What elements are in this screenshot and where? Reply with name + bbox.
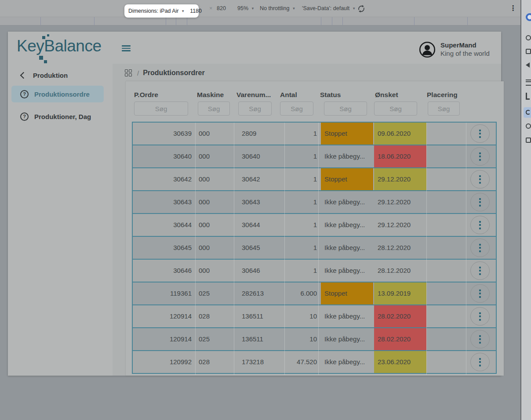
rotate-device-icon[interactable]	[357, 4, 366, 13]
chevron-left-icon	[20, 72, 27, 79]
search-input-7[interactable]	[428, 101, 460, 116]
orders-grid: 3063900028091Stoppet09.06.20203064000030…	[132, 122, 497, 374]
column-header-6[interactable]: Ønsket	[375, 91, 398, 99]
table-row[interactable]: 12091402513651110Ikke påbegy...28.02.202…	[133, 328, 496, 351]
table-row[interactable]: 1193610252826136.000Stoppet13.09.2019	[133, 282, 496, 305]
row-menu-button[interactable]	[470, 170, 490, 188]
column-header-4[interactable]: Antal	[280, 91, 297, 99]
zoom-select[interactable]: 95%▼	[237, 0, 255, 17]
column-header-3[interactable]: Varenum...	[236, 91, 271, 99]
onsket-date: 13.09.2019	[374, 282, 426, 304]
row-menu-button[interactable]	[470, 193, 490, 211]
dimensions-control-highlighted[interactable]: Dimensions: iPad Air ▼ 1180	[124, 4, 199, 18]
search-input-4[interactable]	[280, 101, 313, 116]
status-badge: Stoppet	[321, 168, 373, 190]
hamburger-menu-icon[interactable]	[122, 45, 131, 51]
cell-actions	[464, 260, 496, 282]
viewport-width-value[interactable]: 1180	[190, 8, 202, 14]
search-input-3[interactable]	[238, 101, 272, 116]
row-menu-button[interactable]	[470, 261, 490, 280]
chevron-down-icon: ▼	[352, 0, 356, 17]
blue-circle-icon[interactable]	[526, 13, 531, 21]
row-menu-button[interactable]	[470, 284, 490, 303]
search-input-1[interactable]	[134, 101, 188, 116]
table-row[interactable]: 30643000306431Ikke påbegy...29.12.2020	[133, 191, 496, 214]
cell-maskine: 028	[195, 351, 234, 373]
cell-pordre: 30646	[133, 260, 195, 282]
circle-icon[interactable]	[526, 123, 531, 129]
viewport-height-value[interactable]: 820	[217, 0, 226, 17]
square-icon[interactable]	[526, 49, 531, 54]
sidebar-item-produktionsordre[interactable]: ? Produktionsordre	[11, 86, 104, 102]
save-data-select[interactable]: 'Save-Data': default▼	[302, 0, 356, 17]
cell-maskine: 000	[195, 214, 234, 236]
main-content: / Produktionsordrer 3063900028091Stoppet…	[113, 64, 501, 376]
row-menu-button[interactable]	[470, 330, 490, 348]
row-menu-button[interactable]	[470, 239, 490, 257]
table-row[interactable]: 30644000306441Ikke påbegy...29.12.2020	[133, 214, 496, 237]
device-select[interactable]: Dimensions: iPad Air	[128, 8, 178, 14]
cell-placering	[426, 305, 464, 327]
media-query-marker	[166, 17, 166, 25]
user-menu[interactable]: SuperMand King of the world	[419, 41, 490, 58]
triangle-icon[interactable]	[526, 62, 530, 68]
table-row[interactable]: 3063900028091Stoppet09.06.2020	[133, 123, 496, 145]
column-header-1[interactable]: P.Ordre	[134, 91, 158, 99]
cell-actions	[464, 351, 496, 373]
table-row[interactable]: 12091402813651110Ikke påbegy...28.02.202…	[133, 305, 496, 328]
cell-actions	[464, 282, 496, 304]
row-menu-button[interactable]	[470, 216, 490, 234]
cell-antal: 1	[284, 237, 318, 259]
row-menu-button[interactable]	[470, 307, 490, 326]
row-menu-button[interactable]	[470, 124, 490, 143]
media-query-marker	[176, 17, 176, 25]
flask-icon[interactable]	[526, 93, 530, 100]
bracket-icon[interactable]	[526, 138, 531, 143]
column-header-5[interactable]: Status	[320, 91, 341, 99]
cell-placering	[426, 328, 464, 350]
cell-varenummer: 173218	[234, 351, 284, 373]
onsket-date: 28.02.2020	[374, 305, 426, 327]
kebab-menu-icon[interactable]: ⋮	[509, 0, 517, 17]
sidebar-back-produktion[interactable]: Produktion	[21, 69, 68, 81]
media-query-band	[0, 17, 520, 25]
onsket-date: 29.12.2020	[374, 214, 426, 236]
onsket-date: 09.06.2020	[374, 123, 426, 145]
table-row[interactable]: 30645000306451Ikke påbegy...28.12.2020	[133, 237, 496, 260]
list-icon[interactable]	[526, 80, 531, 86]
row-menu-button[interactable]	[470, 147, 490, 166]
search-input-5[interactable]	[324, 101, 367, 116]
status-badge: Ikke påbegy...	[321, 260, 373, 282]
emulated-page: KeyBalance SuperMand King of the world	[0, 25, 520, 420]
gear-icon[interactable]	[526, 35, 531, 40]
table-row[interactable]: 30646000306461Ikke påbegy...28.12.2020	[133, 260, 496, 282]
cell-onsket: 29.12.2020	[374, 214, 426, 236]
table-row[interactable]: 30640000306401Ikke påbegy...18.06.2020	[133, 145, 496, 168]
cell-antal: 1	[284, 191, 318, 213]
onsket-date: 29.12.2020	[374, 168, 426, 190]
column-header-2[interactable]: Maskine	[197, 91, 224, 99]
cell-varenummer: 30645	[234, 237, 284, 259]
cell-onsket: 13.09.2019	[374, 282, 426, 304]
home-grid-icon[interactable]	[125, 69, 132, 76]
sidebar: Produktion ? Produktionsordre ? Produkti…	[8, 64, 113, 376]
throttling-select[interactable]: No throttling▼	[260, 0, 295, 17]
cell-pordre: 120914	[133, 328, 195, 350]
onsket-date: 28.02.2020	[374, 328, 426, 350]
browser-side-panel-strip	[520, 0, 531, 420]
column-header-7[interactable]: Placering	[427, 91, 458, 99]
table-row[interactable]: 12099202817321847.520Ikke påbegy...23.06…	[133, 351, 496, 374]
cell-status: Stoppet	[318, 123, 374, 145]
search-input-6[interactable]	[374, 101, 417, 116]
cell-antal: 1	[284, 260, 318, 282]
sidebar-item-produktioner-dag[interactable]: ? Produktioner, Dag	[11, 108, 104, 125]
search-input-2[interactable]	[198, 101, 230, 116]
cell-onsket: 09.06.2020	[374, 123, 426, 145]
cell-pordre: 30644	[133, 214, 195, 236]
cell-varenummer: 2809	[234, 123, 284, 145]
highlighted-panel-icon[interactable]	[524, 107, 531, 118]
status-badge: Ikke påbegy...	[321, 305, 373, 327]
row-menu-button[interactable]	[470, 353, 490, 371]
table-row[interactable]: 30642000306421Stoppet29.12.2020	[133, 168, 496, 191]
cell-pordre: 30639	[133, 123, 195, 145]
